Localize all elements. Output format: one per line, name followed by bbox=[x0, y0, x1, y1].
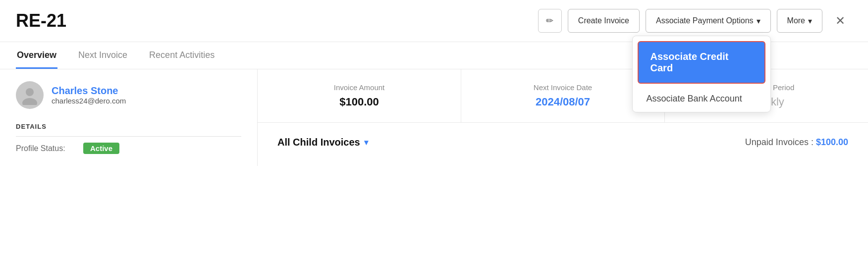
avatar-icon bbox=[20, 85, 40, 105]
next-invoice-date-value[interactable]: 2024/08/07 bbox=[481, 96, 645, 108]
stats-row: Invoice Amount $100.00 Next Invoice Date… bbox=[258, 69, 868, 123]
tab-recent-activities[interactable]: Recent Activities bbox=[148, 42, 216, 69]
associate-credit-card-label: Associate Credit Card bbox=[651, 51, 729, 73]
more-button[interactable]: More ▾ bbox=[777, 9, 822, 33]
customer-row: Charles Stone charless24@dero.com bbox=[16, 81, 241, 109]
status-badge: Active bbox=[83, 143, 119, 154]
associate-credit-card-option[interactable]: Associate Credit Card bbox=[638, 41, 765, 84]
associate-bank-account-label: Associate Bank Account bbox=[647, 94, 742, 103]
tab-next-invoice[interactable]: Next Invoice bbox=[77, 42, 128, 69]
close-icon: ✕ bbox=[835, 14, 845, 28]
create-invoice-button[interactable]: Create Invoice bbox=[568, 9, 640, 33]
close-button[interactable]: ✕ bbox=[828, 9, 852, 33]
associate-payment-chevron-icon: ▾ bbox=[757, 16, 760, 26]
more-chevron-icon: ▾ bbox=[808, 16, 812, 26]
page-title: RE-21 bbox=[16, 10, 530, 31]
tab-overview[interactable]: Overview bbox=[16, 42, 57, 69]
bottom-row: All Child Invoices ▾ Unpaid Invoices : $… bbox=[258, 123, 868, 162]
header: RE-21 ✏ Create Invoice Associate Payment… bbox=[0, 0, 868, 42]
avatar bbox=[16, 81, 44, 109]
stat-invoice-amount: Invoice Amount $100.00 bbox=[258, 69, 461, 122]
edit-button[interactable]: ✏ bbox=[538, 9, 562, 33]
svg-point-0 bbox=[26, 88, 34, 96]
associate-bank-account-option[interactable]: Associate Bank Account bbox=[633, 86, 770, 112]
more-label: More bbox=[787, 16, 805, 25]
unpaid-invoices-summary: Unpaid Invoices : $100.00 bbox=[745, 137, 848, 148]
next-invoice-date-label: Next Invoice Date bbox=[481, 83, 645, 92]
right-panel: Invoice Amount $100.00 Next Invoice Date… bbox=[258, 69, 868, 166]
left-panel: Charles Stone charless24@dero.com DETAIL… bbox=[0, 69, 258, 166]
all-child-invoices-label: All Child Invoices bbox=[277, 137, 360, 148]
child-invoices-chevron-icon: ▾ bbox=[364, 138, 368, 147]
associate-payment-label: Associate Payment Options bbox=[656, 16, 754, 25]
all-child-invoices-button[interactable]: All Child Invoices ▾ bbox=[277, 137, 368, 148]
unpaid-invoices-label: Unpaid Invoices : bbox=[745, 137, 814, 147]
customer-name[interactable]: Charles Stone bbox=[52, 85, 126, 97]
invoice-amount-value: $100.00 bbox=[277, 96, 441, 108]
associate-payment-menu: Associate Credit Card Associate Bank Acc… bbox=[632, 36, 771, 112]
unpaid-invoices-value: $100.00 bbox=[816, 137, 848, 147]
header-actions: ✏ Create Invoice Associate Payment Optio… bbox=[538, 9, 852, 33]
customer-email: charless24@dero.com bbox=[52, 97, 126, 105]
invoice-amount-label: Invoice Amount bbox=[277, 83, 441, 92]
details-section-label: DETAILS bbox=[16, 123, 241, 130]
profile-status-label: Profile Status: bbox=[16, 144, 75, 153]
svg-point-1 bbox=[22, 98, 37, 105]
create-invoice-label: Create Invoice bbox=[578, 16, 629, 25]
customer-info: Charles Stone charless24@dero.com bbox=[52, 85, 126, 105]
associate-payment-button[interactable]: Associate Payment Options ▾ bbox=[646, 9, 771, 33]
details-divider bbox=[16, 136, 241, 137]
edit-icon: ✏ bbox=[546, 15, 553, 26]
profile-status-row: Profile Status: Active bbox=[16, 143, 241, 154]
associate-payment-dropdown-wrapper: Associate Payment Options ▾ Associate Cr… bbox=[646, 9, 771, 33]
